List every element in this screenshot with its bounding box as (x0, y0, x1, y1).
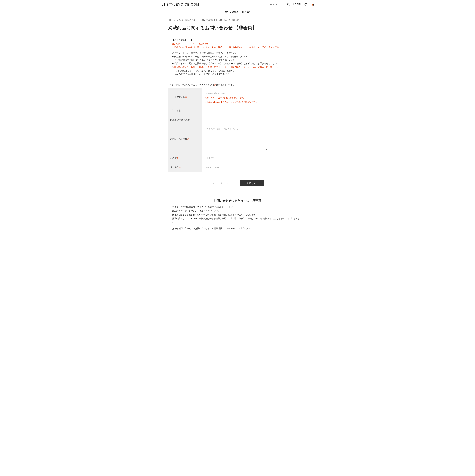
notice-line: ※再入荷の有無をご希望のお客様はご希望の商品ページより【再入荷お知らせ】メールの… (172, 66, 303, 69)
label-email: メールアドレス※ (168, 88, 203, 106)
body-field[interactable] (205, 127, 267, 150)
notice-line: ※商品紹介画面のサイズ表は、実際の商品を採寸した「実寸」を記載しています。 (172, 55, 303, 58)
svg-line-1 (289, 5, 289, 5)
search-icon[interactable] (287, 3, 290, 6)
notice-line: ※着用アイテムに関するお問合わせは【ブランド名】【掲載ページの詳細】を必ず記載し… (172, 62, 303, 65)
breadcrumb-current: 掲載商品に関するお問い合わせ 【非会員】 (201, 18, 241, 22)
notice-line: 土日祝日のお問い合わせに関しては通常よりもご返答・ご対応にお時間をいただいており… (172, 46, 303, 49)
email-field[interactable] (205, 91, 267, 96)
size-guide-link[interactable]: こちらのサイズガイドをご覧ください。 (200, 59, 238, 61)
label-tel: 電話番号※ (168, 163, 203, 172)
reset-button[interactable]: ◀︎ リセット (211, 180, 236, 186)
search-input[interactable] (268, 3, 290, 6)
nav-brand[interactable]: BRAND (241, 10, 250, 14)
logo-text: STYLEVOICE.COM (167, 2, 199, 7)
name-field[interactable] (205, 156, 267, 161)
caution-line: ご意見・ご質問の内容は、できるだけ具体的にお願いいたします。 (172, 205, 303, 209)
chevron-left-icon: ◀︎ (213, 183, 215, 184)
notice-line: 【再入荷お知らせ】について詳しくはこちらをご確認ください。 (172, 69, 303, 72)
logo-bars-icon (161, 3, 165, 6)
contact-form: メールアドレス※ ※ご入力のメールアドレスへご返信致します。 ※【stylevo… (168, 88, 307, 172)
caution-title: お問い合わせにあたっての注意事項 (172, 198, 303, 203)
notice-box: 【必ずご確認下さい】 営業時間 11：00～18：00（土日祝休） 土日祝日のお… (168, 35, 307, 80)
breadcrumb-contact[interactable]: お客様お問い合わせ (177, 18, 196, 22)
wishlist-icon[interactable] (304, 3, 307, 6)
caution-line: 書面にてご回答させていただく場合もございます。 (172, 209, 303, 213)
caution-line: 弊社の許可なくこのE-mailの全体または一部を複製、転用、二次利用、公表等する… (172, 217, 303, 224)
breadcrumb-top[interactable]: TOP (168, 18, 172, 22)
notice-line: 再入荷商品の入荷時期につきましてはお答え出来かねます。 (172, 72, 303, 76)
page-title: 掲載商品に関するお問い合わせ 【非会員】 (168, 24, 307, 32)
chevron-right-icon: ＞ (174, 18, 176, 22)
form-lead: 下記のお問い合わせフォームをご入力ください（※は必須項目です）。 (168, 83, 307, 86)
nav-category[interactable]: CATEGORY (225, 10, 238, 14)
brand-field[interactable] (205, 108, 267, 113)
restock-info-link[interactable]: こちらをご確認ください。 (210, 69, 236, 72)
global-nav: CATEGORY BRAND (142, 8, 333, 16)
email-note: ※【stylevoice.com】からのドメイン受信を許可してください。 (205, 101, 304, 104)
submit-button[interactable]: 確認する (239, 180, 264, 186)
svg-point-0 (288, 3, 289, 5)
notice-line: ※『ブランド名』『商品名』を必ず記載の上、お問合わせください。 (172, 51, 303, 55)
breadcrumb: TOP ＞ お客様お問い合わせ ＞ 掲載商品に関するお問い合わせ 【非会員】 (168, 16, 307, 24)
caution-line: 弊社より送信するお客様へのE-mailでの回答は、お客様個人に宛ててお送りするも… (172, 213, 303, 217)
label-brand: ブランド名 (168, 106, 203, 115)
logo[interactable]: STYLEVOICE.COM (142, 2, 199, 7)
login-link[interactable]: LOGIN (293, 3, 301, 6)
search-box[interactable] (268, 3, 290, 6)
notice-line: 【必ずご確認下さい】 (172, 38, 303, 42)
notice-line: サイズの測り方に関してはこちらのサイズガイドをご覧ください。 (172, 58, 303, 62)
caution-box: お問い合わせにあたっての注意事項 ご意見・ご質問の内容は、できるだけ具体的にお願… (168, 194, 307, 235)
cart-count: 0 (311, 4, 314, 7)
cart-icon[interactable]: 0 (311, 3, 314, 6)
label-product: 商品名/メーカー品番 (168, 115, 203, 124)
label-name: お名前※ (168, 154, 203, 163)
product-field[interactable] (205, 117, 267, 122)
tel-field[interactable] (205, 165, 267, 170)
chevron-right-icon: ＞ (197, 18, 200, 22)
caution-line: お客様お問い合わせ （お問い合わせ窓口）営業時間 ： 11:00～18:00（土… (172, 227, 303, 231)
label-body: お問い合わせ内容※ (168, 124, 203, 154)
email-note: ※ご入力のメールアドレスへご返信致します。 (205, 97, 304, 100)
notice-line: 営業時間 11：00～18：00（土日祝休） (172, 42, 303, 45)
